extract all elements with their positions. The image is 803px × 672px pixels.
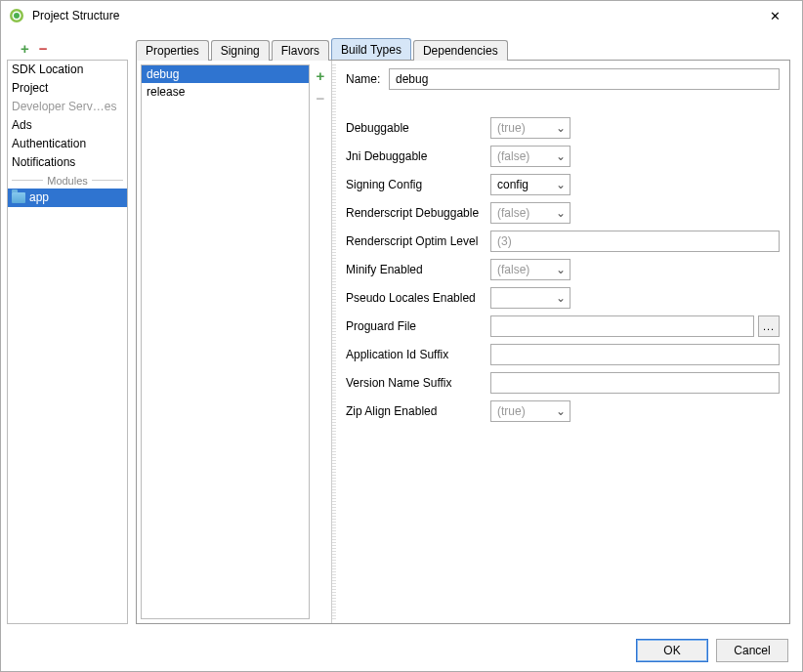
label-signing-config: Signing Config — [346, 178, 490, 191]
chevron-down-icon: ⌄ — [556, 178, 566, 191]
label-app-id-suffix: Application Id Suffix — [346, 348, 490, 361]
row-name: Name: — [346, 68, 780, 90]
chevron-down-icon: ⌄ — [556, 121, 566, 135]
label-name: Name: — [346, 72, 389, 86]
row-rs-optim: Renderscript Optim Level — [346, 231, 780, 252]
build-types-list: debug release — [141, 64, 310, 619]
combo-debuggable[interactable]: (true) ⌄ — [490, 117, 571, 139]
cancel-button[interactable]: Cancel — [716, 639, 788, 662]
sidebar: + − SDK Location Project Developer Serv…… — [7, 36, 128, 624]
main-panel: Properties Signing Flavors Build Types D… — [136, 36, 790, 624]
browse-button[interactable]: ... — [758, 315, 780, 337]
label-proguard: Proguard File — [346, 319, 490, 333]
row-minify: Minify Enabled (false) ⌄ — [346, 259, 780, 280]
chevron-down-icon: ⌄ — [556, 291, 566, 305]
row-pseudo-locales: Pseudo Locales Enabled ⌄ — [346, 287, 780, 309]
name-input[interactable] — [389, 68, 780, 90]
row-debuggable: Debuggable (true) ⌄ — [346, 117, 780, 139]
row-version-name-suffix: Version Name Suffix — [346, 372, 780, 394]
close-icon: ✕ — [770, 9, 781, 23]
label-zip-align: Zip Align Enabled — [346, 404, 490, 418]
sidebar-item-project[interactable]: Project — [8, 79, 127, 98]
sidebar-toolbar: + − — [7, 36, 128, 60]
dialog-content: + − SDK Location Project Developer Serv…… — [1, 30, 802, 630]
dialog-window: Project Structure ✕ + − SDK Location Pro… — [0, 0, 803, 672]
folder-icon — [12, 192, 25, 203]
combo-signing-config[interactable]: config ⌄ — [490, 174, 571, 195]
form-panel: Name: Debuggable (true) ⌄ Jni Debugg — [336, 61, 789, 623]
combo-rs-debuggable[interactable]: (false) ⌄ — [490, 202, 571, 224]
label-pseudo-locales: Pseudo Locales Enabled — [346, 291, 490, 305]
combo-pseudo-locales[interactable]: ⌄ — [490, 287, 571, 309]
ok-button[interactable]: OK — [636, 639, 708, 662]
build-types-column: debug release + − — [137, 61, 332, 623]
sidebar-item-label: app — [29, 190, 49, 205]
row-zip-align: Zip Align Enabled (true) ⌄ — [346, 400, 780, 422]
row-app-id-suffix: Application Id Suffix — [346, 344, 780, 365]
row-jni-debuggable: Jni Debuggable (false) ⌄ — [346, 146, 780, 167]
tab-properties[interactable]: Properties — [136, 40, 209, 61]
row-proguard: Proguard File ... — [346, 315, 780, 337]
tab-bar: Properties Signing Flavors Build Types D… — [136, 36, 790, 60]
tab-dependencies[interactable]: Dependencies — [413, 40, 508, 61]
label-debuggable: Debuggable — [346, 121, 490, 135]
chevron-down-icon: ⌄ — [556, 263, 566, 276]
label-rs-optim: Renderscript Optim Level — [346, 234, 490, 248]
app-id-suffix-input[interactable] — [490, 344, 780, 365]
sidebar-item-ads[interactable]: Ads — [8, 116, 127, 135]
close-button[interactable]: ✕ — [755, 2, 794, 29]
add-build-type-icon[interactable]: + — [317, 68, 325, 83]
dialog-button-bar: OK Cancel — [1, 630, 802, 671]
label-rs-debuggable: Renderscript Debuggable — [346, 206, 490, 220]
tab-body: debug release + − Name: — [136, 60, 790, 624]
list-item-release[interactable]: release — [142, 83, 309, 101]
rs-optim-input[interactable] — [490, 231, 780, 252]
combo-jni-debuggable[interactable]: (false) ⌄ — [490, 146, 571, 167]
window-title: Project Structure — [32, 9, 755, 22]
row-rs-debuggable: Renderscript Debuggable (false) ⌄ — [346, 202, 780, 224]
chevron-down-icon: ⌄ — [556, 404, 566, 418]
sidebar-section-modules: Modules — [8, 172, 127, 189]
proguard-input[interactable] — [490, 315, 754, 337]
label-jni-debuggable: Jni Debuggable — [346, 149, 490, 163]
combo-minify[interactable]: (false) ⌄ — [490, 259, 571, 280]
list-tools: + − — [310, 61, 331, 623]
tab-flavors[interactable]: Flavors — [272, 40, 329, 61]
label-version-name-suffix: Version Name Suffix — [346, 376, 490, 390]
remove-build-type-icon[interactable]: − — [317, 91, 325, 105]
sidebar-item-app-module[interactable]: app — [8, 189, 127, 207]
add-icon[interactable]: + — [21, 41, 29, 56]
chevron-down-icon: ⌄ — [556, 206, 566, 220]
sidebar-list: SDK Location Project Developer Serv…es A… — [7, 60, 128, 624]
sidebar-item-notifications[interactable]: Notifications — [8, 153, 127, 172]
tab-build-types[interactable]: Build Types — [331, 38, 411, 60]
chevron-down-icon: ⌄ — [556, 149, 566, 163]
row-signing-config: Signing Config config ⌄ — [346, 174, 780, 195]
combo-zip-align[interactable]: (true) ⌄ — [490, 400, 571, 422]
tab-signing[interactable]: Signing — [211, 40, 270, 61]
label-minify: Minify Enabled — [346, 263, 490, 276]
app-icon — [9, 8, 24, 23]
remove-icon[interactable]: − — [39, 41, 48, 56]
version-name-suffix-input[interactable] — [490, 372, 780, 394]
sidebar-item-sdk-location[interactable]: SDK Location — [8, 61, 127, 79]
sidebar-item-authentication[interactable]: Authentication — [8, 135, 127, 153]
list-item-debug[interactable]: debug — [142, 65, 309, 83]
title-bar: Project Structure ✕ — [1, 1, 802, 30]
svg-point-2 — [14, 13, 20, 19]
sidebar-item-developer-services[interactable]: Developer Serv…es — [8, 98, 127, 116]
